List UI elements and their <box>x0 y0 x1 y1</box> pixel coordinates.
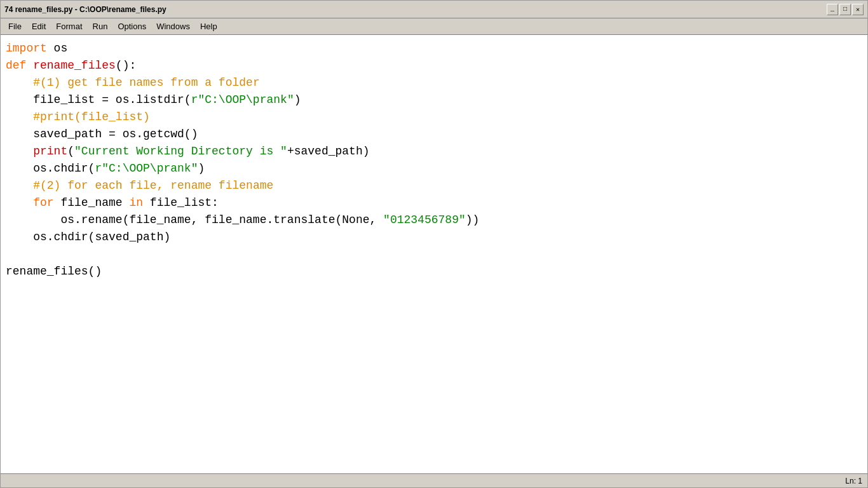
title-text: 74 rename_files.py - C:\OOP\rename_files… <box>4 5 166 14</box>
menu-options[interactable]: Options <box>112 20 151 32</box>
status-text: Ln: 1 <box>845 477 862 485</box>
title-buttons: _ □ ✕ <box>827 4 864 15</box>
code-line-4: file_list = os.listdir(r"C:\OOP\prank") <box>6 92 867 109</box>
minimize-button[interactable]: _ <box>827 4 838 15</box>
code-area[interactable]: import os def rename_files(): #(1) get f… <box>1 35 867 473</box>
code-line-3: #(1) get file names from a folder <box>6 74 867 92</box>
menu-windows[interactable]: Windows <box>151 20 195 32</box>
code-line-12: os.chdir(saved_path) <box>6 229 867 246</box>
app-window: 74 rename_files.py - C:\OOP\rename_files… <box>0 0 868 488</box>
code-line-14: rename_files() <box>6 263 867 280</box>
close-button[interactable]: ✕ <box>852 4 864 15</box>
menu-edit[interactable]: Edit <box>27 20 51 32</box>
menu-run[interactable]: Run <box>88 20 113 32</box>
maximize-button[interactable]: □ <box>839 4 851 15</box>
code-line-5: #print(file_list) <box>6 109 867 126</box>
menu-help[interactable]: Help <box>195 20 222 32</box>
title-bar: 74 rename_files.py - C:\OOP\rename_files… <box>1 1 867 18</box>
menu-bar: File Edit Format Run Options Windows Hel… <box>1 18 867 35</box>
code-line-11: os.rename(file_name, file_name.translate… <box>6 212 867 229</box>
code-line-8: os.chdir(r"C:\OOP\prank") <box>6 160 867 177</box>
code-line-10: for file_name in file_list: <box>6 194 867 212</box>
code-line-13 <box>6 246 867 263</box>
menu-format[interactable]: Format <box>51 20 87 32</box>
code-line-1: import os <box>6 40 867 57</box>
code-line-2: def rename_files(): <box>6 57 867 74</box>
status-bar: Ln: 1 <box>1 473 867 487</box>
code-line-9: #(2) for each file, rename filename <box>6 177 867 194</box>
menu-file[interactable]: File <box>3 20 27 32</box>
code-line-6: saved_path = os.getcwd() <box>6 126 867 143</box>
code-line-7: print("Current Working Directory is "+sa… <box>6 143 867 160</box>
